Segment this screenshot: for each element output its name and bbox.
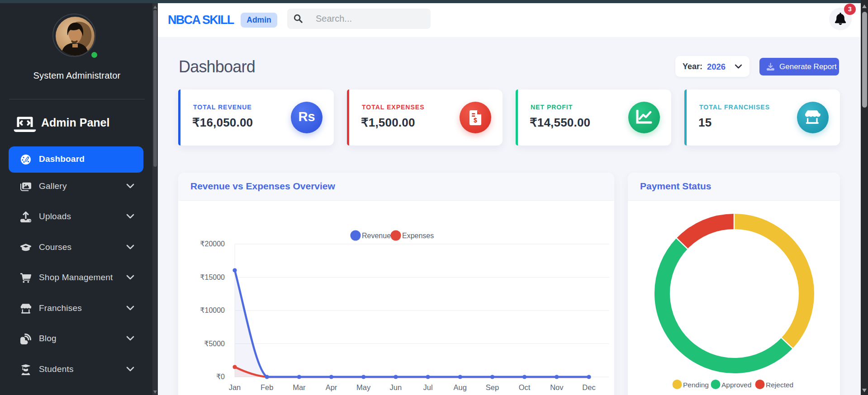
svg-text:Pending: Pending	[683, 381, 709, 389]
svg-text:Apr: Apr	[326, 383, 337, 391]
svg-text:Expenses: Expenses	[402, 232, 434, 240]
svg-text:₹5000: ₹5000	[204, 340, 225, 348]
svg-text:$: $	[474, 117, 477, 124]
svg-text:Jun: Jun	[390, 383, 402, 391]
svg-text:Revenue: Revenue	[362, 232, 391, 240]
svg-text:₹10000: ₹10000	[200, 306, 225, 314]
svg-text:Oct: Oct	[519, 383, 531, 391]
svg-text:May: May	[356, 383, 371, 391]
svg-text:Jan: Jan	[229, 383, 241, 391]
svg-text:Feb: Feb	[261, 383, 273, 391]
svg-text:Jul: Jul	[423, 383, 433, 391]
svg-text:Nov: Nov	[550, 383, 564, 391]
svg-text:Dec: Dec	[582, 383, 595, 391]
svg-text:Rejected: Rejected	[766, 381, 793, 389]
svg-text:₹15000: ₹15000	[200, 273, 225, 281]
svg-text:Sep: Sep	[486, 383, 499, 391]
svg-text:Aug: Aug	[454, 383, 467, 391]
svg-text:₹0: ₹0	[216, 373, 225, 381]
svg-text:Approved: Approved	[721, 381, 751, 389]
svg-text:₹20000: ₹20000	[200, 240, 225, 248]
svg-text:Mar: Mar	[293, 383, 306, 391]
